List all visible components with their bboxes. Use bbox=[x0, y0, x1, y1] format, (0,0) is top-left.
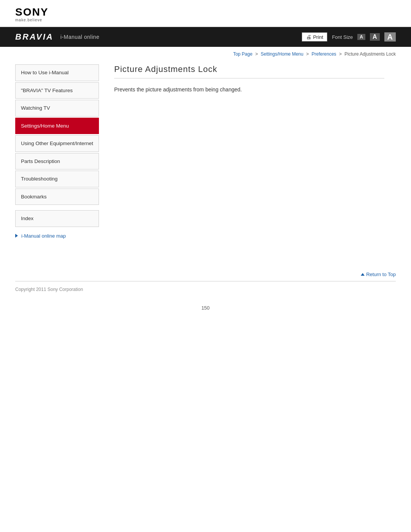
imanual-map-link[interactable]: i-Manual online map bbox=[15, 233, 99, 239]
sony-wordmark: SONY bbox=[15, 7, 396, 18]
font-large-button[interactable]: A bbox=[384, 32, 396, 42]
page-description: Prevents the picture adjustments from be… bbox=[114, 85, 384, 94]
breadcrumb-sep-1: > bbox=[255, 51, 258, 57]
bravia-logo: BRAVIA bbox=[15, 32, 54, 42]
main-container: How to Use i-Manual "BRAVIA" TV Features… bbox=[0, 57, 411, 240]
breadcrumb-settings-menu[interactable]: Settings/Home Menu bbox=[261, 51, 303, 57]
nav-subtitle: i-Manual online bbox=[61, 34, 99, 40]
print-icon: 🖨 bbox=[306, 34, 311, 40]
arrow-right-icon bbox=[15, 234, 18, 238]
font-small-button[interactable]: A bbox=[357, 34, 365, 40]
font-medium-button[interactable]: A bbox=[370, 33, 380, 41]
breadcrumb-preferences[interactable]: Preferences bbox=[312, 51, 336, 57]
sidebar-item-bravia-features[interactable]: "BRAVIA" TV Features bbox=[15, 82, 99, 99]
nav-bar-left: BRAVIA i-Manual online bbox=[15, 32, 99, 42]
sony-logo: SONY make.believe bbox=[15, 7, 396, 22]
sidebar-item-troubleshooting[interactable]: Troubleshooting bbox=[15, 171, 99, 187]
footer-copyright: Copyright 2011 Sony Corporation bbox=[0, 281, 411, 297]
nav-bar: BRAVIA i-Manual online 🖨 Print Font Size… bbox=[0, 27, 411, 47]
page-number: 150 bbox=[0, 297, 411, 315]
sony-tagline: make.believe bbox=[15, 18, 396, 22]
content-area: Picture Adjustments Lock Prevents the pi… bbox=[99, 57, 396, 240]
triangle-up-icon bbox=[361, 273, 365, 276]
breadcrumb-sep-3: > bbox=[339, 51, 342, 57]
breadcrumb: Top Page > Settings/Home Menu > Preferen… bbox=[0, 47, 411, 57]
logo-bar: SONY make.believe bbox=[0, 0, 411, 27]
sidebar: How to Use i-Manual "BRAVIA" TV Features… bbox=[15, 64, 99, 240]
sidebar-item-settings-home-menu[interactable]: Settings/Home Menu bbox=[15, 118, 99, 134]
return-to-top-link[interactable]: Return to Top bbox=[361, 272, 396, 277]
sidebar-item-index[interactable]: Index bbox=[15, 210, 99, 227]
breadcrumb-top-page[interactable]: Top Page bbox=[233, 51, 253, 57]
print-button[interactable]: 🖨 Print bbox=[302, 32, 328, 42]
sidebar-item-parts-description[interactable]: Parts Description bbox=[15, 153, 99, 170]
breadcrumb-current: Picture Adjustments Lock bbox=[344, 51, 396, 57]
sidebar-map-link: i-Manual online map bbox=[15, 232, 99, 240]
sidebar-item-bookmarks[interactable]: Bookmarks bbox=[15, 189, 99, 205]
sidebar-item-watching-tv[interactable]: Watching TV bbox=[15, 100, 99, 117]
font-size-label: Font Size bbox=[332, 34, 353, 40]
nav-bar-right: 🖨 Print Font Size A A A bbox=[302, 32, 396, 42]
return-to-top-bar: Return to Top bbox=[0, 271, 411, 281]
print-label: Print bbox=[313, 34, 323, 40]
sidebar-item-how-to-use[interactable]: How to Use i-Manual bbox=[15, 64, 99, 81]
page-title: Picture Adjustments Lock bbox=[114, 64, 384, 78]
breadcrumb-sep-2: > bbox=[306, 51, 309, 57]
sidebar-item-using-other[interactable]: Using Other Equipment/Internet bbox=[15, 135, 99, 152]
